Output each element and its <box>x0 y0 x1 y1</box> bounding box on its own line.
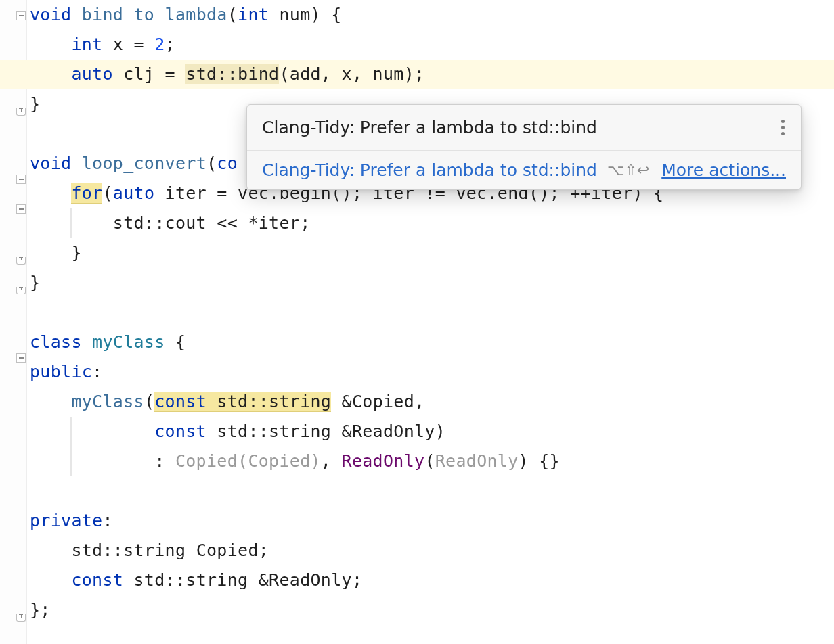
editor-gutter <box>0 0 27 644</box>
code-line[interactable]: class myClass { <box>30 327 834 357</box>
code-line[interactable]: const std::string &ReadOnly) <box>30 417 834 446</box>
fold-marker[interactable] <box>16 287 26 294</box>
code-line-highlighted[interactable]: auto clj = std::bind(add, x, num); <box>0 60 834 89</box>
inspection-action-row[interactable]: Clang-Tidy: Prefer a lambda to std::bind… <box>247 150 801 189</box>
shortcut-hint: ⌥⇧↩ <box>607 162 649 179</box>
code-area[interactable]: void bind_to_lambda(int num) { int x = 2… <box>30 0 834 625</box>
code-line[interactable]: void bind_to_lambda(int num) { <box>30 0 834 30</box>
fold-marker[interactable] <box>16 204 26 214</box>
code-line[interactable]: }; <box>30 595 834 625</box>
code-line[interactable]: std::string Copied; <box>30 536 834 566</box>
fold-marker[interactable] <box>16 175 26 184</box>
fold-marker[interactable] <box>16 614 26 622</box>
code-line[interactable] <box>30 298 834 327</box>
fold-marker[interactable] <box>16 353 26 363</box>
code-editor[interactable]: void bind_to_lambda(int num) { int x = 2… <box>0 0 834 644</box>
inspection-title-row: Clang-Tidy: Prefer a lambda to std::bind <box>247 105 801 150</box>
code-line[interactable] <box>30 476 834 506</box>
inspection-popup: Clang-Tidy: Prefer a lambda to std::bind… <box>246 104 802 190</box>
fold-marker[interactable] <box>16 108 26 116</box>
code-line[interactable]: myClass(const std::string &Copied, <box>30 387 834 417</box>
more-options-icon[interactable] <box>780 117 786 138</box>
fold-marker[interactable] <box>16 11 26 20</box>
fold-marker[interactable] <box>16 257 26 264</box>
code-line[interactable]: } <box>30 238 834 268</box>
code-line[interactable]: } <box>30 268 834 298</box>
code-line[interactable]: : Copied(Copied), ReadOnly(ReadOnly) {} <box>30 446 834 476</box>
inspection-quickfix-link[interactable]: Clang-Tidy: Prefer a lambda to std::bind <box>262 160 597 180</box>
more-actions-link[interactable]: More actions... <box>661 160 786 180</box>
code-line[interactable]: std::cout << *iter; <box>30 208 834 238</box>
code-line[interactable]: public: <box>30 357 834 387</box>
code-line[interactable]: private: <box>30 506 834 536</box>
inspection-title: Clang-Tidy: Prefer a lambda to std::bind <box>262 118 597 137</box>
code-line[interactable]: const std::string &ReadOnly; <box>30 566 834 595</box>
code-line[interactable]: int x = 2; <box>30 30 834 60</box>
